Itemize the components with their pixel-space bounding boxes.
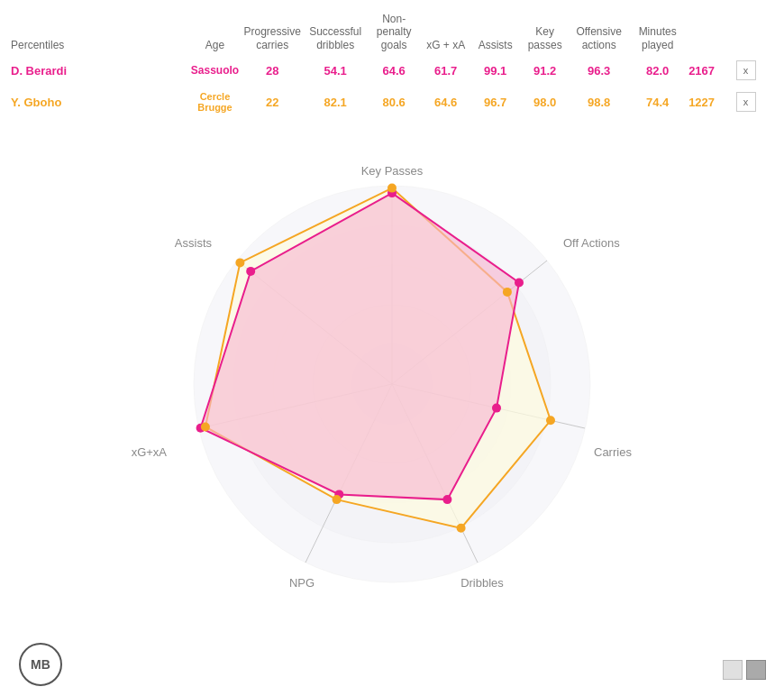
col-header-age: Age [189,9,241,55]
col-header-xg-xa: xG + xA [421,9,470,55]
legend-sq-2 [746,660,766,680]
gboho-off-actions: 74.4 [628,86,687,118]
percentiles-table: Percentiles Age Progressive carries Succ… [9,9,775,118]
gboho-assists: 98.0 [520,86,570,118]
berardi-dot-a [246,267,255,276]
label-key-passes: Key Passes [361,164,424,178]
table-row-gboho: Y. Gboho Cercle Brugge 22 82.1 80.6 64.6… [9,86,775,118]
team-name-gboho: Cercle Brugge [189,86,241,118]
gboho-remove-cell: x [716,86,775,118]
percentiles-table-container: Percentiles Age Progressive carries Succ… [0,0,784,118]
col-header-npg: Non-penalty goals [367,9,421,55]
col-header-assists: Assists [470,9,520,55]
gboho-age: 22 [241,86,304,118]
berardi-remove-button[interactable]: x [736,60,756,80]
mb-logo: MB [18,642,63,687]
berardi-age: 28 [241,55,304,86]
berardi-dot-d [442,495,451,504]
col-header-key-passes: Key passes [520,9,570,55]
col-header-remove [687,9,716,55]
col-header-off-actions: Offensive actions [570,9,628,55]
gboho-dot-a [235,259,244,268]
gboho-remove-button[interactable]: x [736,92,756,112]
svg-text:MB: MB [31,657,50,672]
player-name-berardi: D. Berardi [9,55,189,86]
gboho-dot-oa [503,288,512,297]
gboho-minutes: 1227 [687,86,716,118]
col-header-percentiles: Percentiles [9,9,189,55]
col-header-minutes: Minutes played [628,9,687,55]
gboho-dot-d [457,524,466,533]
col-header-succ-dribbles: Successful dribbles [304,9,367,55]
berardi-xg-xa: 99.1 [470,55,520,86]
label-dribbles: Dribbles [460,576,504,590]
table-row-berardi: D. Berardi Sassuolo 28 54.1 64.6 61.7 99… [9,55,775,86]
berardi-minutes: 2167 [687,55,716,86]
label-carries: Carries [594,445,632,459]
team-name-berardi: Sassuolo [189,55,241,86]
gboho-dot-npg [333,495,342,504]
gboho-xg-xa: 96.7 [470,86,520,118]
berardi-dot-c [492,404,501,413]
label-assists: Assists [175,236,213,250]
gboho-dot-xg [201,423,210,432]
gboho-dot-c [546,416,555,425]
berardi-key-passes: 96.3 [570,55,628,86]
berardi-npg: 61.7 [421,55,470,86]
col-header-prog-carries: Progressive carries [241,9,304,55]
legend-container [723,660,766,680]
label-xg-xa: xG+xA [132,445,168,459]
berardi-prog-carries: 54.1 [304,55,367,86]
berardi-off-actions: 82.0 [628,55,687,86]
berardi-assists: 91.2 [520,55,570,86]
gboho-npg: 64.6 [421,86,470,118]
legend-sq-1 [723,660,743,680]
label-off-actions: Off Actions [563,236,620,250]
berardi-dot-oa [515,279,524,288]
gboho-prog-carries: 82.1 [304,86,367,118]
berardi-remove-cell: x [716,55,775,86]
label-npg: NPG [289,576,315,590]
gboho-key-passes: 98.8 [570,86,628,118]
radar-chart-container: Key Passes Off Actions Carries Dribbles … [0,118,784,650]
gboho-succ-dribbles: 80.6 [367,86,421,118]
gboho-dot-kp [387,184,397,193]
radar-chart: Key Passes Off Actions Carries Dribbles … [122,141,662,627]
berardi-succ-dribbles: 64.6 [367,55,421,86]
player-name-gboho: Y. Gboho [9,86,189,118]
